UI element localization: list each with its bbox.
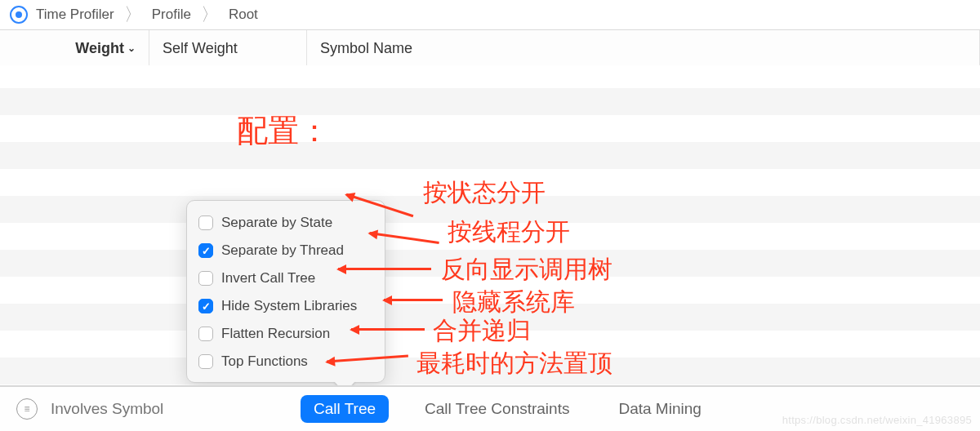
call-tree-button[interactable]: Call Tree bbox=[301, 395, 389, 423]
breadcrumb-item[interactable]: Time Profiler bbox=[36, 7, 114, 23]
option-label: Flatten Recursion bbox=[221, 326, 330, 342]
chevron-right-icon: 〉 bbox=[199, 6, 220, 24]
option-label: Hide System Libraries bbox=[221, 298, 357, 314]
bottom-toolbar: ≡ Call Tree Call Tree Constraints Data M… bbox=[0, 385, 980, 431]
column-label: Weight bbox=[75, 40, 124, 57]
option-separate-by-thread[interactable]: ✓ Separate by Thread bbox=[198, 237, 373, 264]
column-symbol-name[interactable]: Symbol Name bbox=[307, 30, 980, 66]
breadcrumb: Time Profiler 〉 Profile 〉 Root bbox=[0, 0, 980, 30]
column-label: Symbol Name bbox=[320, 40, 412, 57]
filter-wrap: ≡ bbox=[16, 398, 278, 420]
filter-icon[interactable]: ≡ bbox=[16, 398, 38, 420]
option-label: Separate by Thread bbox=[221, 242, 344, 259]
option-label: Invert Call Tree bbox=[221, 270, 315, 287]
breadcrumb-item[interactable]: Profile bbox=[152, 7, 191, 23]
data-mining-button[interactable]: Data Mining bbox=[605, 395, 714, 423]
search-input[interactable] bbox=[49, 399, 248, 419]
option-hide-system-libraries[interactable]: ✓ Hide System Libraries bbox=[198, 292, 373, 320]
table-header: Weight ⌄ Self Weight Symbol Name bbox=[0, 30, 980, 68]
option-label: Top Functions bbox=[221, 353, 308, 370]
column-weight[interactable]: Weight ⌄ bbox=[0, 30, 149, 66]
checkbox-icon[interactable] bbox=[198, 271, 213, 286]
checkbox-icon[interactable] bbox=[198, 354, 213, 369]
column-label: Self Weight bbox=[163, 40, 238, 57]
chevron-right-icon: 〉 bbox=[122, 6, 144, 24]
call-tree-constraints-button[interactable]: Call Tree Constraints bbox=[412, 395, 582, 423]
option-separate-by-state[interactable]: Separate by State bbox=[198, 209, 373, 237]
option-flatten-recursion[interactable]: Flatten Recursion bbox=[198, 320, 373, 348]
call-tree-popover: Separate by State ✓ Separate by Thread I… bbox=[186, 200, 385, 383]
chevron-down-icon: ⌄ bbox=[127, 42, 136, 54]
target-icon bbox=[10, 6, 28, 24]
checkbox-checked-icon[interactable]: ✓ bbox=[198, 299, 213, 313]
column-self-weight[interactable]: Self Weight bbox=[149, 30, 307, 66]
option-top-functions[interactable]: Top Functions bbox=[198, 348, 373, 375]
table-body bbox=[0, 65, 980, 387]
option-label: Separate by State bbox=[221, 215, 332, 231]
checkbox-checked-icon[interactable]: ✓ bbox=[198, 243, 213, 258]
checkbox-icon[interactable] bbox=[198, 216, 213, 230]
breadcrumb-item[interactable]: Root bbox=[229, 7, 258, 23]
option-invert-call-tree[interactable]: Invert Call Tree bbox=[198, 264, 373, 292]
checkbox-icon[interactable] bbox=[198, 327, 213, 341]
